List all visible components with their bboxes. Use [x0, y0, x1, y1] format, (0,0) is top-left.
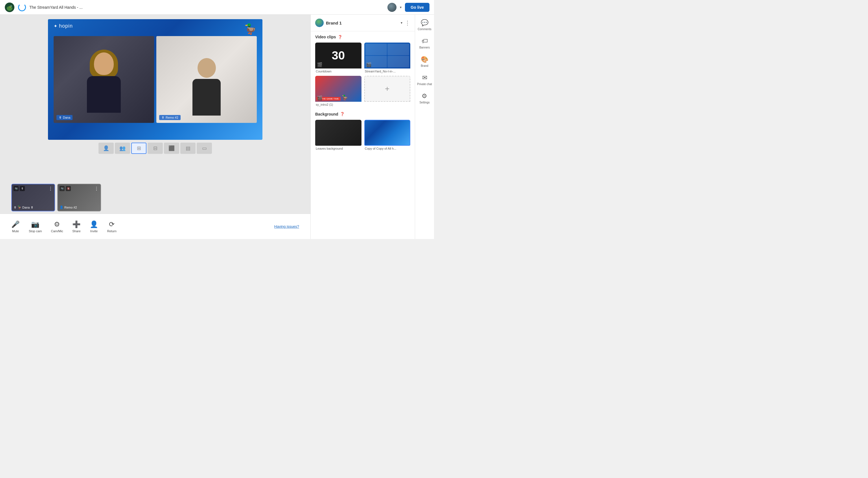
remo-mic-muted-icon: 🔇	[66, 186, 71, 191]
clips-grid: 30 🎬 Countdown 🎬 StreamYard_No-I-in-.	[315, 42, 410, 106]
layout-selector: 👤 👥 ⊞ ⊟ ⬛ ▤ ▭	[98, 143, 212, 154]
layout-grid[interactable]: ⊟	[148, 143, 163, 154]
video-clips-help-icon[interactable]: ❓	[338, 35, 342, 39]
private-chat-icon: ✉	[422, 74, 427, 81]
dana-thumb-name: 🎙 🦆 Dana 🎙	[13, 205, 34, 209]
user-avatar[interactable]	[388, 3, 397, 12]
panel-scroll[interactable]: Video clips ❓ 30 🎬 Countdown	[311, 31, 415, 239]
dana-thumb-icons: 📷 🎙	[13, 186, 25, 191]
clip-add-new[interactable]: +	[364, 76, 410, 106]
mute-button[interactable]: 🎤 Mute	[11, 220, 20, 233]
dana-duck-icon: 🦆	[18, 205, 22, 209]
layout-side-by-side[interactable]: 👥	[115, 143, 130, 154]
dana-video: 🎙 Dana	[54, 36, 154, 123]
remo-body	[192, 79, 221, 115]
streamyard-label: StreamYard_No-I-in-...	[364, 70, 410, 73]
dana-person	[79, 53, 129, 114]
bg-leaves[interactable]: Leaves background	[315, 120, 362, 150]
participants-strip: 📷 🎙 ⋮ 🎙 🦆 Dana 🎙 📷 🔇 ⋮	[0, 181, 310, 214]
loading-spinner	[18, 3, 26, 11]
dana-mic-icon: 🎙	[20, 186, 25, 191]
dana-emoji2: 🎙	[30, 206, 34, 209]
cam-mic-label: Cam/Mic	[51, 230, 63, 233]
dana-cam-icon: 📷	[13, 186, 19, 191]
comments-button[interactable]: 💬 Comments	[417, 19, 431, 31]
clip-sy-intro2[interactable]: AT THE SAME TIME 🦆 🎬 sy_intro2 (1)	[315, 76, 362, 106]
remo-person-icon: 👤	[60, 205, 63, 209]
stream-preview: ✦ hopin 🦆	[48, 19, 262, 140]
right-panel: Brand 1 ▾ ⋮ Video clips ❓ 30 🎬 Countdown	[310, 15, 415, 239]
duck-watermark: 🦆	[244, 23, 257, 35]
cam-mic-button[interactable]: ⚙ Cam/Mic	[51, 220, 63, 233]
brand-chevron-icon[interactable]: ▾	[401, 21, 402, 25]
settings-gear-icon: ⚙	[422, 93, 427, 100]
remo-person	[190, 58, 223, 114]
dana-name-badge: 🎙 Dana	[56, 115, 72, 120]
layout-banner[interactable]: ▭	[197, 143, 212, 154]
remo-head	[197, 58, 216, 78]
settings-button[interactable]: ⚙ Settings	[419, 93, 430, 104]
banners-button[interactable]: 🏷 Banners	[419, 37, 430, 49]
preview-area: ✦ hopin 🦆	[0, 15, 310, 181]
clip-streamyard[interactable]: 🎬 StreamYard_No-I-in-...	[364, 42, 410, 73]
brand-palette-icon: 🎨	[421, 56, 428, 63]
background-help-icon[interactable]: ❓	[340, 112, 345, 116]
controls-group: 🎤 Mute 📷 Stop cam ⚙ Cam/Mic ➕ Share 👤	[11, 220, 117, 233]
layout-pip[interactable]: ⬛	[164, 143, 179, 154]
settings-label: Settings	[419, 101, 430, 104]
bottom-controls: 🎤 Mute 📷 Stop cam ⚙ Cam/Mic ➕ Share 👤	[0, 214, 310, 239]
mute-label: Mute	[12, 230, 19, 233]
brand-avatar	[315, 19, 324, 27]
camera-icon: 📷	[31, 220, 39, 228]
having-issues-link[interactable]: Having issues?	[274, 224, 299, 229]
comments-icon: 💬	[421, 19, 428, 27]
mic-icon: 🎙	[59, 116, 62, 119]
background-section-header: Background ❓	[315, 112, 410, 116]
sy-intro-thumb: AT THE SAME TIME 🦆 🎬	[315, 76, 362, 102]
layout-split[interactable]: ▤	[180, 143, 195, 154]
avatar-chevron-icon[interactable]: ▾	[400, 5, 402, 9]
private-chat-button[interactable]: ✉ Private chat	[417, 74, 432, 86]
remo-name-badge: 🎙 Remo #2	[159, 115, 181, 120]
topbar: The StreamYard All Hands - ... ▾ Go live	[0, 0, 434, 15]
backgrounds-grid: Leaves background Copy of Copy of All h.…	[315, 120, 410, 150]
dana-emoji1: 🎙	[13, 206, 17, 209]
bg-copy-all[interactable]: Copy of Copy of All h...	[364, 120, 410, 150]
stop-cam-label: Stop cam	[29, 230, 42, 233]
brand-button[interactable]: 🎨 Brand	[421, 56, 428, 67]
dana-label: Dana	[63, 116, 70, 119]
sidebar-icons: 💬 Comments 🏷 Banners 🎨 Brand ✉ Private c…	[415, 15, 434, 239]
remo-thumb-menu[interactable]: ⋮	[94, 186, 99, 192]
banners-icon: 🏷	[422, 37, 428, 45]
remo-video: 🎙 Remo #2	[156, 36, 257, 123]
dana-thumb-menu[interactable]: ⋮	[48, 186, 53, 192]
streamyard-thumb: 🎬	[364, 42, 410, 68]
dana-thumbnail[interactable]: 📷 🎙 ⋮ 🎙 🦆 Dana 🎙	[11, 184, 55, 211]
share-icon: ➕	[72, 220, 81, 228]
private-chat-label: Private chat	[417, 82, 432, 86]
return-icon: ⟳	[109, 220, 115, 228]
banners-label: Banners	[419, 46, 430, 49]
go-live-button[interactable]: Go live	[405, 3, 430, 12]
mute-icon: 🎤	[11, 220, 20, 228]
background-title: Background	[315, 112, 338, 116]
layout-two-col[interactable]: ⊞	[131, 143, 147, 154]
return-button[interactable]: ⟳ Return	[107, 220, 117, 233]
hopin-star-icon: ✦	[54, 23, 57, 29]
remo-thumbnail[interactable]: 📷 🔇 ⋮ 👤 Remo #2	[57, 184, 101, 211]
stop-cam-button[interactable]: 📷 Stop cam	[29, 220, 42, 233]
leaves-label: Leaves background	[315, 147, 362, 150]
add-icon: +	[385, 84, 390, 93]
layout-banner-icon: ▭	[202, 145, 207, 151]
panel-more-icon[interactable]: ⋮	[405, 20, 410, 26]
stream-title: The StreamYard All Hands - ...	[29, 5, 384, 9]
layout-single-icon: 👤	[103, 145, 109, 151]
layout-single[interactable]: 👤	[98, 143, 114, 154]
clip-countdown[interactable]: 30 🎬 Countdown	[315, 42, 362, 73]
share-button[interactable]: ➕ Share	[72, 220, 81, 233]
countdown-thumb: 30 🎬	[315, 42, 362, 68]
brand-name-label: Brand 1	[326, 21, 398, 25]
invite-button[interactable]: 👤 Invite	[90, 220, 98, 233]
layout-side-icon: 👥	[119, 145, 126, 151]
video-clips-section-header: Video clips ❓	[315, 35, 410, 39]
